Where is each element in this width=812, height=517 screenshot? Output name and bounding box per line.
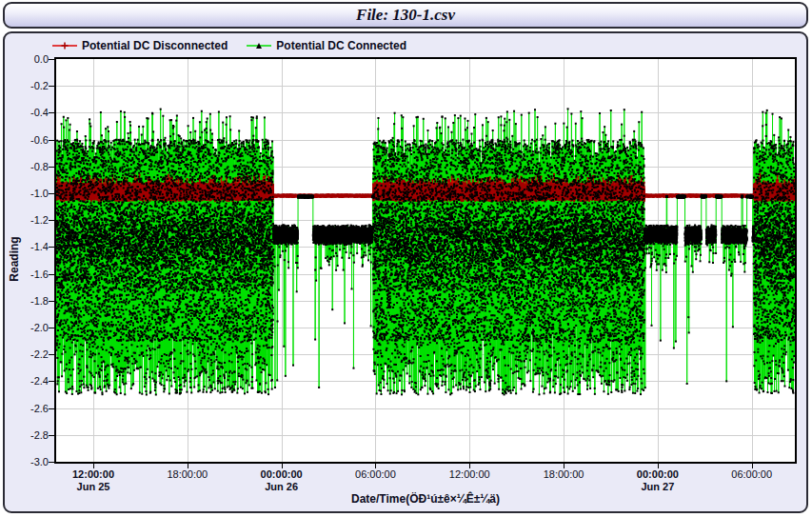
y-tick-mark: [49, 112, 54, 113]
y-tick-mark: [49, 140, 54, 141]
x-tick-date-label: Jun 25: [53, 481, 133, 492]
window-title: File: 130-1.csv: [356, 6, 455, 25]
y-tick-label: -0.2: [7, 80, 49, 91]
x-axis-title: Date/Time(ÖÐ¹ú±ê×¼Ê±¼ä): [56, 492, 795, 506]
x-tick-time-label: 18:00:00: [148, 468, 228, 480]
connected-series-marker-icon: [247, 41, 271, 50]
y-tick-mark: [49, 408, 54, 409]
y-tick-label: -2.6: [7, 403, 49, 414]
application-window: File: 130-1.csv Potential DC Disconnecte…: [0, 0, 812, 517]
window-titlebar: File: 130-1.csv: [3, 2, 808, 29]
y-tick-mark: [49, 381, 54, 382]
y-tick-label: -1.8: [7, 295, 49, 307]
y-tick-mark: [49, 274, 54, 275]
x-tick-time-label: 12:00:00: [429, 468, 509, 480]
y-tick-mark: [49, 86, 54, 87]
y-tick-label: -2.8: [7, 429, 49, 441]
y-tick-label: -2.2: [7, 348, 49, 360]
y-tick-label: -1.4: [7, 241, 49, 252]
y-tick-mark: [49, 247, 54, 248]
x-tick-time-label: 06:00:00: [335, 468, 415, 480]
x-tick-date-label: Jun 27: [618, 481, 698, 492]
y-tick-label: -3.0: [7, 456, 49, 467]
y-tick-label: -0.6: [7, 134, 49, 146]
disconnected-series-marker-icon: [52, 41, 77, 50]
y-tick-mark: [49, 435, 54, 436]
plot-area[interactable]: [54, 57, 797, 464]
y-tick-mark: [49, 167, 54, 168]
x-tick-date-label: Jun 26: [242, 481, 322, 492]
y-tick-mark: [49, 462, 54, 463]
y-tick-label: -2.0: [7, 322, 49, 333]
legend-item-dc-disconnected[interactable]: Potential DC Disconnected: [52, 39, 228, 52]
y-tick-mark: [49, 354, 54, 355]
legend-label-dc-connected: Potential DC Connected: [276, 39, 406, 52]
y-tick-mark: [49, 59, 54, 60]
y-tick-mark: [49, 220, 54, 221]
chart-panel: Potential DC Disconnected Potential DC C…: [3, 31, 808, 513]
y-tick-mark: [49, 193, 54, 194]
x-tick-time-label: 00:00:00: [242, 468, 322, 480]
y-tick-label: 0.0: [7, 53, 49, 65]
y-tick-label: -0.8: [7, 161, 49, 172]
y-tick-label: -0.4: [7, 107, 49, 118]
x-tick-time-label: 00:00:00: [618, 468, 698, 480]
x-tick-time-label: 06:00:00: [712, 468, 792, 480]
x-tick-time-label: 12:00:00: [53, 468, 133, 480]
y-tick-label: -1.6: [7, 268, 49, 280]
legend-label-dc-disconnected: Potential DC Disconnected: [82, 39, 228, 52]
x-tick-time-label: 18:00:00: [524, 468, 604, 480]
y-tick-label: -2.4: [7, 375, 49, 387]
y-tick-label: -1.0: [7, 188, 49, 199]
chart-legend: Potential DC Disconnected Potential DC C…: [52, 39, 406, 52]
chart-canvas[interactable]: [56, 59, 795, 462]
legend-item-dc-connected[interactable]: Potential DC Connected: [247, 39, 406, 52]
y-tick-mark: [49, 301, 54, 302]
y-tick-mark: [49, 328, 54, 328]
y-tick-label: -1.2: [7, 214, 49, 226]
